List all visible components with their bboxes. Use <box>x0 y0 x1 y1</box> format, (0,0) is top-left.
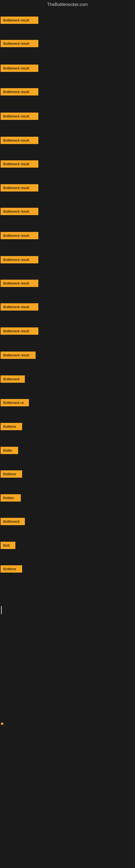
bottleneck-item-13[interactable]: Bottleneck result <box>1 303 38 311</box>
bottleneck-item-17[interactable]: Bottleneck re <box>1 399 29 406</box>
bottleneck-item-3[interactable]: Bottleneck result <box>1 65 38 72</box>
bottleneck-item-14[interactable]: Bottleneck result <box>1 328 38 335</box>
bottleneck-item-21[interactable]: Bottlen <box>1 494 21 501</box>
bottleneck-item-16[interactable]: Bottleneck <box>1 375 25 383</box>
bottleneck-item-18[interactable]: Bottlene <box>1 423 22 430</box>
small-marker <box>1 723 3 725</box>
bottleneck-item-9[interactable]: Bottleneck result <box>1 208 38 215</box>
bottleneck-item-8[interactable]: Bottleneck result <box>1 184 38 191</box>
bottleneck-item-11[interactable]: Bottleneck result <box>1 256 38 264</box>
bottleneck-item-4[interactable]: Bottleneck result <box>1 88 38 95</box>
bottleneck-item-1[interactable]: Bottleneck result <box>1 17 38 24</box>
text-cursor <box>1 606 2 614</box>
bottleneck-item-12[interactable]: Bottleneck result <box>1 280 38 287</box>
bottleneck-item-7[interactable]: Bottleneck result <box>1 160 38 167</box>
bottleneck-item-5[interactable]: Bottleneck result <box>1 113 38 120</box>
bottleneck-item-15[interactable]: Bottleneck result <box>1 351 36 359</box>
bottleneck-item-10[interactable]: Bottleneck result <box>1 232 38 239</box>
bottleneck-item-6[interactable]: Bottleneck result <box>1 137 38 144</box>
bottleneck-item-20[interactable]: Bottlene <box>1 470 22 478</box>
bottleneck-item-22[interactable]: Bottleneck <box>1 518 25 525</box>
bottleneck-item-19[interactable]: Bottle <box>1 447 18 454</box>
site-title: TheBottlenecker.com <box>0 0 135 9</box>
bottleneck-item-2[interactable]: Bottleneck result <box>1 40 38 47</box>
bottleneck-item-23[interactable]: Bott <box>1 542 15 549</box>
bottleneck-item-24[interactable]: Bottlene <box>1 565 22 572</box>
